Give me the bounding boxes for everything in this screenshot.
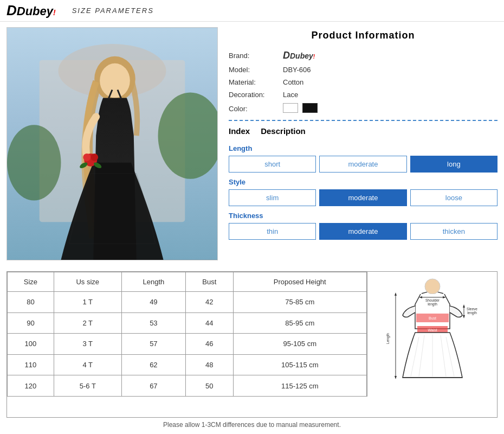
- brand-logo: DDubey!: [7, 2, 56, 19]
- table-cell: 85-95 cm: [233, 312, 366, 334]
- image-placeholder: [7, 28, 217, 260]
- table-cell: 75-85 cm: [233, 292, 366, 313]
- tab-index[interactable]: Index: [229, 126, 250, 137]
- col-bust: Bust: [186, 272, 234, 292]
- decoration-row: Decoration: Lace: [229, 91, 497, 99]
- table-cell: 62: [121, 354, 185, 375]
- table-row: 801 T494275-85 cm: [8, 292, 367, 313]
- col-size: Size: [8, 272, 54, 292]
- material-row: Material: Cotton: [229, 78, 497, 86]
- length-buttons: short moderate long: [229, 156, 497, 173]
- footer-note: Please allow 1-3CM differences due to ma…: [0, 418, 504, 432]
- model-value: DBY-606: [283, 66, 311, 74]
- brand-name: Dubey: [17, 4, 53, 18]
- decoration-label: Decoration:: [229, 91, 283, 99]
- style-moderate-button[interactable]: moderate: [319, 189, 406, 206]
- table-cell: 46: [186, 334, 234, 355]
- model-label: Model:: [229, 66, 283, 74]
- col-proposed-height: Proposed Height: [233, 272, 366, 292]
- table-cell: 49: [121, 292, 185, 313]
- table-cell: 67: [121, 375, 185, 397]
- size-table-wrapper: Size Us size Length Bust Proposed Height…: [7, 272, 497, 397]
- style-label: Style: [229, 178, 497, 186]
- col-length: Length: [121, 272, 185, 292]
- table-row: 1205-6 T6750115-125 cm: [8, 375, 367, 397]
- tab-description[interactable]: Description: [261, 126, 306, 137]
- material-label: Material:: [229, 78, 283, 86]
- svg-text:Shoulder: Shoulder: [425, 298, 440, 302]
- table-row: 1003 T574695-105 cm: [8, 334, 367, 355]
- product-info-title: Product Information: [229, 30, 497, 41]
- table-cell: 48: [186, 354, 234, 375]
- thickness-buttons: thin moderate thicken: [229, 223, 497, 240]
- color-label: Color:: [229, 105, 283, 113]
- svg-text:Waist: Waist: [428, 328, 437, 332]
- header: DDubey! SIZE PARAMETERS: [0, 0, 504, 22]
- table-cell: 120: [8, 375, 54, 397]
- length-short-button[interactable]: short: [229, 156, 316, 173]
- size-diagram: Waist Bust Shoulder length Sleeve: [367, 272, 497, 397]
- style-buttons: slim moderate loose: [229, 189, 497, 206]
- table-cell: 95-105 cm: [233, 334, 366, 355]
- footer-note-text: Please allow 1-3CM differences due to ma…: [163, 421, 341, 429]
- table-cell: 115-125 cm: [233, 375, 366, 397]
- style-section: Style slim moderate loose: [229, 178, 497, 206]
- decoration-value: Lace: [283, 91, 298, 99]
- table-cell: 2 T: [54, 312, 121, 334]
- product-illustration: [7, 28, 217, 260]
- length-moderate-button[interactable]: moderate: [319, 156, 406, 173]
- top-section: Product Information Brand: DDubey! Model…: [0, 22, 504, 271]
- size-table: Size Us size Length Bust Proposed Height…: [7, 272, 367, 397]
- length-section: Length short moderate long: [229, 144, 497, 173]
- table-cell: 105-115 cm: [233, 354, 366, 375]
- thickness-moderate-button[interactable]: moderate: [319, 223, 406, 240]
- thickness-thin-button[interactable]: thin: [229, 223, 316, 240]
- table-cell: 80: [8, 292, 54, 313]
- svg-point-4: [7, 125, 61, 200]
- table-cell: 4 T: [54, 354, 121, 375]
- brand-label: Brand:: [229, 52, 283, 60]
- color-swatches: [283, 103, 320, 114]
- table-row: 902 T534485-95 cm: [8, 312, 367, 334]
- thickness-thicken-button[interactable]: thicken: [410, 223, 497, 240]
- svg-text:length: length: [428, 302, 437, 307]
- color-swatch-black[interactable]: [302, 103, 318, 113]
- divider: [229, 120, 497, 121]
- tabs-row: Index Description: [229, 126, 497, 137]
- svg-point-11: [91, 154, 98, 161]
- length-label: Length: [229, 144, 497, 152]
- table-cell: 44: [186, 312, 234, 334]
- svg-text:length: length: [467, 311, 477, 315]
- table-cell: 50: [186, 375, 234, 397]
- svg-text:Bust: Bust: [428, 316, 436, 320]
- material-value: Cotton: [283, 78, 303, 86]
- table-cell: 90: [8, 312, 54, 334]
- thickness-label: Thickness: [229, 212, 497, 220]
- table-cell: 42: [186, 292, 234, 313]
- table-cell: 1 T: [54, 292, 121, 313]
- thickness-section: Thickness thin moderate thicken: [229, 212, 497, 240]
- size-diagram-svg: Waist Bust Shoulder length Sleeve: [373, 275, 492, 394]
- table-cell: 3 T: [54, 334, 121, 355]
- length-long-button[interactable]: long: [410, 156, 497, 173]
- table-cell: 53: [121, 312, 185, 334]
- table-cell: 5-6 T: [54, 375, 121, 397]
- svg-point-16: [425, 279, 440, 294]
- style-loose-button[interactable]: loose: [410, 189, 497, 206]
- brand-row: Brand: DDubey!: [229, 50, 497, 61]
- style-slim-button[interactable]: slim: [229, 189, 316, 206]
- color-row: Color:: [229, 103, 497, 114]
- svg-point-6: [100, 63, 130, 98]
- svg-point-10: [83, 154, 91, 161]
- table-cell: 100: [8, 334, 54, 355]
- size-section: Size Us size Length Bust Proposed Height…: [7, 271, 497, 418]
- brand-value: DDubey!: [283, 50, 315, 61]
- table-row: 1104 T6248105-115 cm: [8, 354, 367, 375]
- table-cell: 110: [8, 354, 54, 375]
- svg-text:Length: Length: [386, 333, 390, 344]
- model-row: Model: DBY-606: [229, 66, 497, 74]
- table-cell: 57: [121, 334, 185, 355]
- header-subtitle: SIZE PARAMETERS: [72, 7, 154, 15]
- product-info-panel: Product Information Brand: DDubey! Model…: [229, 27, 497, 266]
- color-swatch-white[interactable]: [283, 103, 298, 113]
